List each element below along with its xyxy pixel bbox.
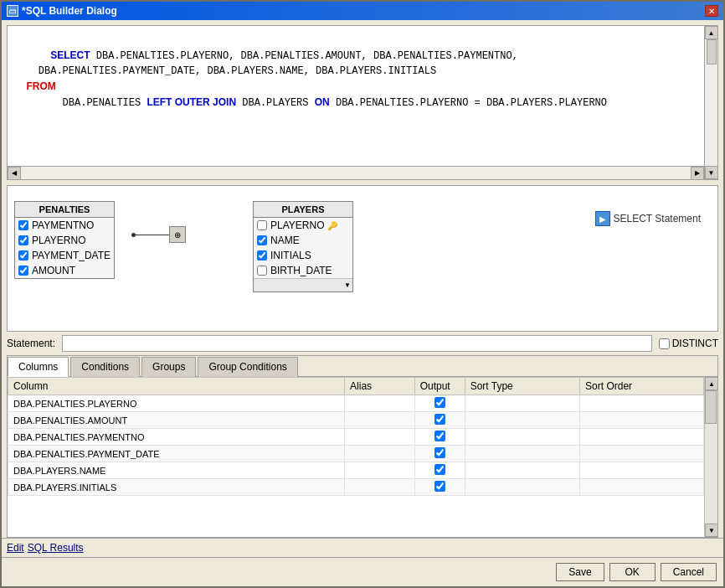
- bottom-bar: Edit SQL Results: [2, 538, 723, 557]
- table-scroll-down-btn[interactable]: ▼: [705, 524, 717, 537]
- distinct-container: DISTINCT: [659, 338, 718, 349]
- scroll-down-indicator: ▼: [344, 281, 351, 289]
- col-header-sort-order: Sort Order: [580, 378, 704, 395]
- scroll-down-btn[interactable]: ▼: [705, 166, 718, 179]
- row-sort-type: [465, 412, 579, 429]
- playerno-checkbox[interactable]: [18, 235, 28, 245]
- initials-checkbox[interactable]: [257, 250, 267, 260]
- players-scroll[interactable]: ▼: [254, 278, 352, 291]
- playerno-players-label: PLAYERNO: [270, 219, 324, 231]
- table-row[interactable]: AMOUNT: [15, 263, 114, 278]
- row-sort-order: [580, 462, 704, 479]
- tab-groups[interactable]: Groups: [141, 357, 196, 377]
- initials-label: INITIALS: [270, 250, 311, 261]
- table-row: DBA.PENALTIES.PLAYERNO: [8, 395, 717, 412]
- row-alias: [345, 395, 415, 412]
- tab-columns[interactable]: Columns: [8, 357, 69, 377]
- name-checkbox[interactable]: [257, 235, 267, 245]
- paymentno-checkbox[interactable]: [18, 220, 28, 230]
- sql-horizontal-scrollbar[interactable]: ◀ ▶: [8, 166, 704, 179]
- row-sort-order: [580, 479, 704, 496]
- row-sort-type: [465, 429, 579, 446]
- row-alias: [345, 429, 415, 446]
- row-output[interactable]: [414, 395, 465, 412]
- row-output[interactable]: [414, 479, 465, 496]
- table-row[interactable]: NAME: [254, 233, 352, 248]
- sql-editor[interactable]: SELECT DBA.PENALTIES.PLAYERNO, DBA.PENAL…: [7, 25, 718, 180]
- connector-line: [136, 235, 169, 235]
- table-row: DBA.PENALTIES.AMOUNT: [8, 412, 717, 429]
- row-alias: [345, 446, 415, 462]
- edit-link[interactable]: Edit: [7, 542, 24, 554]
- sql-results-link[interactable]: SQL Results: [28, 542, 84, 554]
- row-column: DBA.PLAYERS.INITIALS: [8, 479, 345, 496]
- scroll-up-btn[interactable]: ▲: [705, 26, 718, 39]
- row-column: DBA.PENALTIES.PLAYERNO: [8, 395, 345, 412]
- table-scroll-up-btn[interactable]: ▲: [705, 377, 717, 390]
- scroll-thumb[interactable]: [707, 39, 717, 64]
- table-row[interactable]: BIRTH_DATE: [254, 263, 352, 278]
- ok-button[interactable]: OK: [609, 563, 656, 581]
- birth-date-label: BIRTH_DATE: [270, 265, 332, 276]
- distinct-label: DISTINCT: [672, 338, 718, 349]
- row-column: DBA.PENALTIES.AMOUNT: [8, 412, 345, 429]
- table-row[interactable]: PAYMENTNO: [15, 218, 114, 233]
- save-button[interactable]: Save: [556, 563, 604, 581]
- row-column: DBA.PLAYERS.NAME: [8, 462, 345, 479]
- cancel-button[interactable]: Cancel: [661, 563, 717, 581]
- row-sort-order: [580, 412, 704, 429]
- table-row[interactable]: PAYMENT_DATE: [15, 248, 114, 263]
- statement-label: Statement:: [7, 338, 55, 349]
- amount-checkbox[interactable]: [18, 266, 28, 276]
- table-row[interactable]: INITIALS: [254, 248, 352, 263]
- sql-content: SELECT DBA.PENALTIES.PLAYERNO, DBA.PENAL…: [8, 26, 717, 132]
- row-column: DBA.PENALTIES.PAYMENTNO: [8, 429, 345, 446]
- select-statement-icon: ▶: [595, 211, 610, 226]
- playerno-label: PLAYERNO: [32, 235, 85, 246]
- scroll-right-btn[interactable]: ▶: [691, 167, 704, 180]
- row-sort-type: [465, 446, 579, 462]
- col-header-alias: Alias: [345, 378, 415, 395]
- tab-conditions[interactable]: Conditions: [70, 357, 140, 377]
- row-alias: [345, 412, 415, 429]
- table-scroll-thumb[interactable]: [705, 390, 717, 424]
- row-sort-type: [465, 479, 579, 496]
- row-alias: [345, 479, 415, 496]
- players-table-header: PLAYERS: [254, 202, 352, 218]
- pk-icon: 🔑: [327, 221, 337, 230]
- row-sort-order: [580, 429, 704, 446]
- select-statement-node[interactable]: ▶ SELECT Statement: [595, 211, 702, 226]
- players-table[interactable]: PLAYERS PLAYERNO 🔑 NAME INITIALS BIRTH_D…: [253, 201, 353, 292]
- window-icon: 🗃: [7, 5, 18, 17]
- table-row: DBA.PENALTIES.PAYMENT_DATE: [8, 446, 717, 462]
- row-output[interactable]: [414, 412, 465, 429]
- name-label: NAME: [270, 235, 300, 246]
- birth-date-checkbox[interactable]: [257, 266, 267, 276]
- close-button[interactable]: ✕: [705, 5, 718, 17]
- table-row: DBA.PLAYERS.NAME: [8, 462, 717, 479]
- row-output[interactable]: [414, 429, 465, 446]
- statement-input[interactable]: [62, 335, 652, 352]
- row-output[interactable]: [414, 462, 465, 479]
- sql-vertical-scrollbar[interactable]: ▲ ▼: [704, 26, 717, 179]
- row-output[interactable]: [414, 446, 465, 462]
- title-bar: 🗃 *SQL Builder Dialog ✕: [2, 2, 723, 20]
- window-title: *SQL Builder Dialog: [22, 5, 117, 17]
- select-statement-label: SELECT Statement: [614, 213, 702, 224]
- table-row[interactable]: PLAYERNO: [15, 233, 114, 248]
- scroll-left-btn[interactable]: ◀: [8, 167, 21, 180]
- payment-date-checkbox[interactable]: [18, 250, 28, 260]
- scroll-track: [707, 39, 717, 166]
- table-vertical-scrollbar[interactable]: ▲ ▼: [704, 377, 717, 537]
- paymentno-label: PAYMENTNO: [32, 219, 94, 231]
- distinct-checkbox[interactable]: [659, 338, 670, 349]
- table-row[interactable]: PLAYERNO 🔑: [254, 218, 352, 233]
- penalties-table[interactable]: PENALTIES PAYMENTNO PLAYERNO PAYMENT_DAT…: [14, 201, 115, 279]
- join-icon[interactable]: ⊕: [169, 226, 186, 243]
- columns-table-container: Column Alias Output Sort Type Sort Order…: [8, 377, 717, 537]
- table-row: DBA.PLAYERS.INITIALS: [8, 479, 717, 496]
- tab-group-conditions[interactable]: Group Conditions: [198, 357, 297, 377]
- sql-builder-dialog: 🗃 *SQL Builder Dialog ✕ SELECT DBA.PENAL…: [0, 0, 725, 588]
- col-header-sort-type: Sort Type: [465, 378, 579, 395]
- playerno-players-checkbox[interactable]: [257, 220, 267, 230]
